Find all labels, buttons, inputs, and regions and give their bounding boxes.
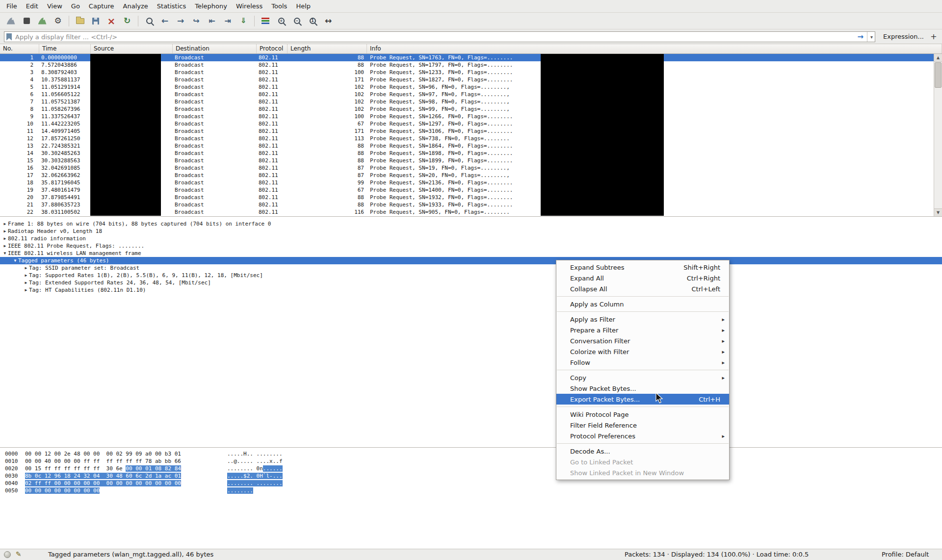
menubar-item-tools[interactable]: Tools — [267, 0, 291, 13]
find-packet-button[interactable] — [142, 14, 157, 28]
scrollbar-thumb[interactable] — [935, 62, 942, 88]
menubar-item-statistics[interactable]: Statistics — [153, 0, 190, 13]
context-menu-item-expand-subtrees[interactable]: Expand SubtreesShift+Right — [556, 262, 729, 273]
capture-options-button[interactable]: ⚙ — [51, 14, 65, 28]
filter-bookmark-icon[interactable] — [6, 33, 12, 41]
scroll-down-button[interactable]: ▼ — [934, 208, 942, 216]
hex-row[interactable]: 000000 00 12 00 2e 48 00 00 00 02 99 09 … — [0, 450, 942, 458]
menubar-item-capture[interactable]: Capture — [84, 0, 119, 13]
detail-row[interactable]: ▶Tag: SSID parameter set: Broadcast — [0, 264, 942, 272]
go-last-packet-button[interactable]: ⇥ — [220, 14, 235, 28]
detail-row[interactable]: ▼IEEE 802.11 wireless LAN management fra… — [0, 250, 942, 257]
reload-file-button[interactable]: ↻ — [120, 14, 134, 28]
context-menu-item-wiki-protocol-page[interactable]: Wiki Protocol Page — [556, 409, 729, 420]
capture-comment-icon[interactable]: ✎ — [16, 550, 22, 558]
detail-row[interactable]: ▶Tag: Extended Supported Rates 24, 36, 4… — [0, 279, 942, 286]
stop-capture-button[interactable] — [19, 14, 34, 28]
submenu-arrow-icon: ▸ — [722, 338, 725, 344]
menubar-item-telephony[interactable]: Telephony — [190, 0, 232, 13]
filter-dropdown-icon[interactable]: ▾ — [867, 32, 873, 42]
expert-info-icon[interactable] — [4, 551, 11, 558]
context-menu-item-prepare-a-filter[interactable]: Prepare a Filter▸ — [556, 325, 729, 335]
detail-row[interactable]: ▶IEEE 802.11 Probe Request, Flags: .....… — [0, 242, 942, 250]
status-profile[interactable]: Profile: Default — [882, 551, 929, 558]
collapsed-arrow-icon[interactable]: ▶ — [23, 273, 29, 278]
display-filter-input[interactable]: Apply a display filter ... <Ctrl-/> → ▾ — [4, 31, 875, 42]
context-menu-item-protocol-preferences[interactable]: Protocol Preferences▸ — [556, 431, 729, 441]
close-file-button[interactable]: × — [104, 14, 119, 28]
resize-columns-button[interactable]: ↔ — [321, 14, 336, 28]
context-menu-item-colorize-with-filter[interactable]: Colorize with Filter▸ — [556, 346, 729, 357]
context-menu-item-conversation-filter[interactable]: Conversation Filter▸ — [556, 335, 729, 346]
detail-row[interactable]: ▶Tag: HT Capabilities (802.11n D1.10) — [0, 286, 942, 294]
context-menu-item-apply-as-filter[interactable]: Apply as Filter▸ — [556, 314, 729, 325]
scroll-up-button[interactable]: ▲ — [934, 54, 942, 62]
main-toolbar: ⚙×↻←→↪⇤⇥⇓+−1↔ — [0, 13, 942, 29]
detail-row[interactable]: ▶Radiotap Header v0, Length 18 — [0, 228, 942, 235]
detail-row[interactable]: ▼Tagged parameters (46 bytes) — [0, 257, 942, 264]
go-to-packet-button[interactable]: ↪ — [189, 14, 204, 28]
auto-scroll-button[interactable]: ⇓ — [236, 14, 251, 28]
column-header-info[interactable]: Info — [367, 44, 942, 53]
collapsed-arrow-icon[interactable]: ▶ — [2, 222, 8, 226]
menubar-item-wireless[interactable]: Wireless — [232, 0, 267, 13]
filter-add-button[interactable]: + — [929, 31, 938, 42]
colorize-button[interactable] — [258, 14, 273, 28]
menubar-item-view[interactable]: View — [43, 0, 67, 13]
collapsed-arrow-icon[interactable]: ▶ — [2, 236, 8, 241]
column-header-length[interactable]: Length — [288, 44, 367, 53]
hex-row[interactable]: 001000 00 40 00 00 00 ff ff ff ff ff ff … — [0, 458, 942, 465]
collapsed-arrow-icon[interactable]: ▶ — [23, 280, 29, 285]
collapsed-arrow-icon[interactable]: ▶ — [2, 244, 8, 248]
zoom-out-button[interactable]: − — [289, 14, 304, 28]
expanded-arrow-icon[interactable]: ▼ — [12, 258, 18, 263]
column-header-destination[interactable]: Destination — [173, 44, 257, 53]
column-header-protocol[interactable]: Protocol — [257, 44, 288, 53]
go-back-button[interactable]: ← — [157, 14, 172, 28]
filter-apply-icon[interactable]: → — [857, 32, 864, 41]
context-menu-item-apply-as-column[interactable]: Apply as Column — [556, 299, 729, 309]
expanded-arrow-icon[interactable]: ▼ — [2, 251, 8, 255]
menubar-item-analyze[interactable]: Analyze — [119, 0, 153, 13]
menubar-item-file[interactable]: File — [2, 0, 22, 13]
detail-row[interactable]: ▶802.11 radio information — [0, 235, 942, 242]
collapsed-arrow-icon[interactable]: ▶ — [2, 229, 8, 233]
context-menu-item-copy[interactable]: Copy▸ — [556, 372, 729, 383]
context-menu-item-show-packet-bytes[interactable]: Show Packet Bytes... — [556, 383, 729, 394]
context-menu-item-collapse-all[interactable]: Collapse AllCtrl+Left — [556, 283, 729, 294]
hex-row[interactable]: 004002 ff ff 00 00 00 00 00 00 00 00 00 … — [0, 480, 942, 487]
go-forward-button[interactable]: → — [173, 14, 188, 28]
capture-options-icon: ⚙ — [54, 17, 61, 25]
menubar-item-go[interactable]: Go — [67, 0, 84, 13]
context-menu-item-go-to-linked-packet[interactable]: Go to Linked Packet — [556, 457, 729, 467]
collapsed-arrow-icon[interactable]: ▶ — [23, 266, 29, 270]
zoom-100-button[interactable]: 1 — [305, 14, 320, 28]
collapsed-arrow-icon[interactable]: ▶ — [23, 288, 29, 292]
menubar-item-help[interactable]: Help — [291, 0, 315, 13]
menubar-item-edit[interactable]: Edit — [22, 0, 43, 13]
go-first-packet-button[interactable]: ⇤ — [205, 14, 219, 28]
start-capture-icon — [7, 18, 15, 25]
packet-list-scrollbar[interactable]: ▲ ▼ — [934, 54, 942, 216]
context-menu-item-export-packet-bytes[interactable]: Export Packet Bytes...Ctrl+H — [556, 394, 729, 405]
detail-row[interactable]: ▶Frame 1: 88 bytes on wire (704 bits), 8… — [0, 220, 942, 228]
column-header-time[interactable]: Time — [39, 44, 91, 53]
hex-row[interactable]: 005000 00 00 00 00 00 00 00........ — [0, 487, 942, 494]
context-menu-item-filter-field-reference[interactable]: Filter Field Reference — [556, 420, 729, 431]
go-last-packet-icon: ⇥ — [224, 17, 231, 25]
start-capture-button[interactable] — [3, 14, 18, 28]
zoom-in-button[interactable]: + — [274, 14, 288, 28]
detail-row[interactable]: ▶Tag: Supported Rates 1(B), 2(B), 5.5(B)… — [0, 272, 942, 279]
column-header-no[interactable]: No. — [0, 44, 39, 53]
open-file-button[interactable] — [73, 14, 87, 28]
context-menu-item-decode-as[interactable]: Decode As... — [556, 446, 729, 457]
context-menu-item-follow[interactable]: Follow▸ — [556, 357, 729, 368]
context-menu-item-show-linked-packet-in-new-window[interactable]: Show Linked Packet in New Window — [556, 467, 729, 478]
restart-capture-button[interactable] — [35, 14, 50, 28]
expression-button[interactable]: Expression... — [883, 31, 924, 42]
column-header-source[interactable]: Source — [91, 44, 173, 53]
hex-row[interactable]: 002000 15 ff ff ff ff ff ff 30 6e 00 00 … — [0, 465, 942, 472]
context-menu-item-expand-all[interactable]: Expand AllCtrl+Right — [556, 273, 729, 283]
save-file-button[interactable] — [88, 14, 103, 28]
hex-row[interactable]: 00308b 0c 12 96 18 24 32 04 30 48 60 6c … — [0, 472, 942, 480]
